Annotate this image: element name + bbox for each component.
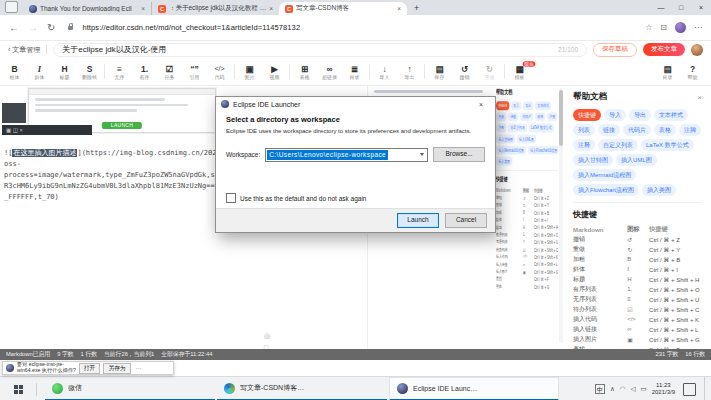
toolbar-import-button[interactable]: ↓导入 (372, 63, 397, 81)
dialog-heading: Select a directory as workspace (226, 115, 485, 124)
volume-icon[interactable]: ◁ (630, 384, 635, 394)
toolbar-save-button[interactable]: ▤保存 (427, 63, 452, 81)
help-tag[interactable]: 插入UML图 (616, 154, 657, 166)
toolbar-help-button[interactable]: ?帮助 (680, 63, 705, 81)
markdown-toolbar: B粗体I斜体H标题S删除线≡无序1.有序☑任务“”引用</>代码▣图片▶视频⊞表… (0, 58, 711, 86)
toolbar-quote-button[interactable]: “”引用 (182, 63, 207, 81)
help-tag: 快捷键 (496, 101, 509, 110)
window-minimize-button[interactable]: — (651, 0, 671, 15)
toolbar-export-button[interactable]: ↑导出 (397, 63, 422, 81)
toolbar-code-button[interactable]: </>代码 (207, 63, 232, 81)
back-to-articles-link[interactable]: ‹ 文章管理 (8, 45, 40, 55)
checkbox[interactable] (226, 193, 236, 203)
publish-button[interactable]: 发布文章 (643, 43, 685, 56)
download-more-icon[interactable]: ··· (134, 365, 144, 371)
toolbar-undo-button[interactable]: ↺撤销 (452, 63, 477, 81)
toolbar-strikethrough-button[interactable]: S删除线 (77, 63, 102, 81)
address-bar[interactable]: https://editor.csdn.net/md/not_checkout=… (82, 23, 300, 32)
window-maximize-button[interactable]: □ (671, 0, 691, 15)
taskbar-clock[interactable]: 11:23 2021/3/9 (652, 382, 675, 396)
start-button[interactable] (0, 385, 36, 394)
tab-close-icon[interactable]: × (269, 5, 273, 12)
show-desktop-button[interactable] (704, 377, 708, 400)
taskbar-item-edge[interactable]: 写文章-CSDN博客… (217, 377, 387, 400)
toolbar-button-label: 目录 (657, 74, 678, 80)
action-center-icon[interactable] (683, 383, 696, 396)
taskbar-item-eclipse[interactable]: Eclipse IDE Launc… (389, 377, 559, 400)
toolbar-ordered-list-button[interactable]: 1.有序 (132, 63, 157, 81)
dialog-titlebar[interactable]: Eclipse IDE Launcher × (216, 97, 495, 111)
browser-tab[interactable]: Thank You for Downloading Ecli× (23, 2, 151, 15)
taskbar-item-wechat[interactable]: 微信 (45, 377, 215, 400)
extensions-icon[interactable]: ⊡ (660, 23, 667, 32)
help-close-icon[interactable]: × (697, 93, 702, 102)
combo-dropdown-icon[interactable] (420, 153, 424, 156)
toolbar-unordered-list-button[interactable]: ≡无序 (107, 63, 132, 81)
toolbar-image-button[interactable]: ▣图片 (237, 63, 262, 81)
taskbar-item-label: 写文章-CSDN博客… (240, 383, 304, 393)
toolbar-task-list-button[interactable]: ☑任务 (157, 63, 182, 81)
image-edit-toolbar[interactable]: ▣ ◫ × (2, 125, 92, 135)
battery-icon[interactable]: ▭ (640, 384, 646, 394)
browse-button[interactable]: Browse... (433, 147, 485, 162)
favorites-star-icon[interactable]: ☆ (645, 23, 652, 32)
browser-tab[interactable]: C：关于eclipse jdk以及汉化教程 - CSDN× (151, 2, 279, 15)
dialog-close-icon[interactable]: × (472, 101, 490, 108)
toolbar-outline-button[interactable]: ▤目录 (655, 63, 680, 81)
article-title-input[interactable]: 关于eclipse jdk以及汉化-使用 21/100 (53, 43, 587, 57)
window-close-button[interactable]: × (691, 0, 711, 15)
float-circle-icon[interactable]: ◎ (264, 332, 270, 340)
shortcut-row: 重做↻Ctrl / ⌘ + Y (573, 244, 702, 254)
help-tag[interactable]: 链接 (598, 124, 620, 136)
toolbar-table-button[interactable]: ⊞表格 (292, 63, 317, 81)
help-tag[interactable]: 注释 (573, 139, 595, 151)
help-tag[interactable]: 插入Mermaid流程图 (573, 169, 636, 181)
help-tag[interactable]: 表格 (654, 124, 676, 136)
toolbar-hyperlink-button[interactable]: ∞超链接 (317, 63, 342, 81)
browser-menu-icon[interactable]: ⋯ (694, 23, 702, 32)
launch-button[interactable]: Launch (397, 213, 439, 228)
download-saveas-button[interactable]: 另存为 (103, 363, 130, 374)
save-draft-button[interactable]: 保存草稿 (593, 43, 637, 57)
help-tag[interactable]: 插入Flowchart流程图 (573, 184, 639, 196)
export-icon: ↑ (397, 64, 422, 74)
toolbar-toc-button[interactable]: ≣目录 (342, 63, 367, 81)
cancel-button[interactable]: Cancel (445, 213, 487, 228)
hidden-icons-chevron[interactable]: ∧ (610, 384, 615, 394)
tab-close-icon[interactable]: × (141, 5, 145, 12)
help-tag[interactable]: 文本样式 (654, 109, 688, 121)
help-tag[interactable]: 快捷键 (573, 109, 601, 121)
taskbar-divider (36, 383, 37, 396)
workspace-combobox[interactable]: C:\Users\Lenovo\eclipse-workspace (265, 148, 428, 162)
toolbar-italic-button[interactable]: I斜体 (27, 63, 52, 81)
ime-indicator[interactable]: 中 (595, 384, 605, 394)
help-tag[interactable]: 注脚 (679, 124, 701, 136)
toolbar-video-button[interactable]: ▶视频 (262, 63, 287, 81)
help-tag[interactable]: 导出 (629, 109, 651, 121)
help-tag[interactable]: 自定义列表 (598, 139, 638, 151)
toolbar-template-button[interactable]: ▦模板限免 (507, 63, 532, 81)
help-tag[interactable]: 导入 (604, 109, 626, 121)
edge-icon (224, 383, 235, 394)
download-open-button[interactable]: 打开 (79, 363, 101, 374)
help-tag[interactable]: 代码片 (623, 124, 651, 136)
new-tab-button[interactable]: + (414, 3, 419, 13)
toolbar-button-label: 帮助 (682, 74, 703, 80)
back-icon[interactable]: ← (9, 22, 19, 33)
default-workspace-checkbox-row[interactable]: Use this as the default and do not ask a… (226, 193, 485, 203)
preview-scrollbar[interactable] (559, 88, 563, 343)
help-tag[interactable]: 插入类图 (642, 184, 676, 196)
toolbar-heading-button[interactable]: H标题 (52, 63, 77, 81)
toolbar-bold-button[interactable]: B粗体 (2, 63, 27, 81)
tab-actions-button[interactable] (5, 1, 18, 13)
toolbar-redo-button[interactable]: ↻重做 (477, 63, 502, 81)
tab-close-icon[interactable]: × (397, 5, 401, 12)
network-icon[interactable]: ◠ (620, 384, 626, 394)
user-avatar[interactable] (691, 44, 703, 56)
help-tag[interactable]: LaTeX 数学公式 (641, 139, 694, 151)
browser-tab[interactable]: C写文章-CSDN博客× (279, 2, 407, 15)
help-tag[interactable]: 插入甘特图 (573, 154, 613, 166)
browser-profile-avatar[interactable] (675, 22, 686, 33)
refresh-icon[interactable]: ↻ (47, 22, 55, 33)
help-tag[interactable]: 列表 (573, 124, 595, 136)
